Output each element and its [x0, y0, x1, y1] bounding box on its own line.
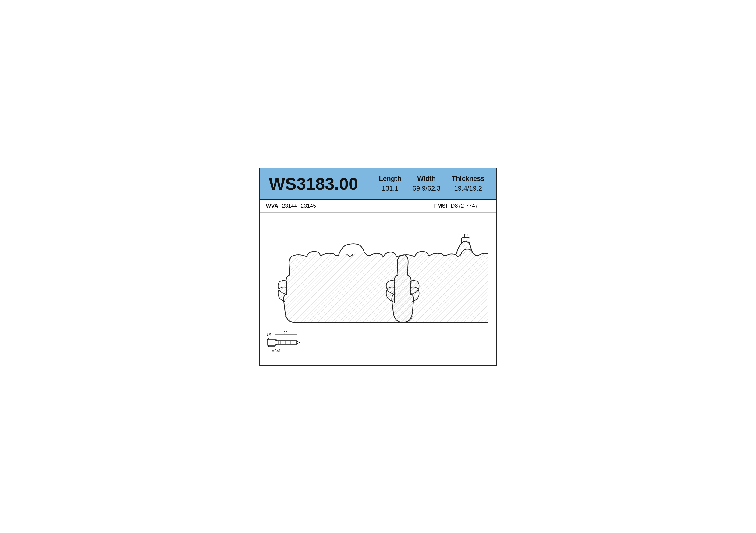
width-label: Width	[417, 175, 436, 182]
pads-illustration	[266, 222, 490, 350]
specs-container: Length 131.1 Width 69.9/62.3 Thickness 1…	[367, 168, 496, 199]
thickness-label: Thickness	[451, 175, 484, 182]
drawing-area: 2X 22	[260, 212, 497, 365]
bolt-diagram: 2X 22	[266, 331, 315, 359]
svg-text:22: 22	[284, 331, 288, 335]
svg-marker-18	[296, 341, 300, 344]
wva-label: WVA	[266, 203, 279, 209]
spec-length: Length 131.1	[379, 175, 401, 192]
header-section: WS3183.00 Length 131.1 Width 69.9/62.3 T…	[260, 168, 497, 200]
svg-rect-10	[275, 341, 296, 344]
length-label: Length	[379, 175, 401, 182]
wva-info: WVA 23144 23145	[266, 203, 316, 209]
spec-width: Width 69.9/62.3	[413, 175, 441, 192]
spec-thickness: Thickness 19.4/19.2	[451, 175, 484, 192]
wva-value2: 23145	[301, 203, 316, 209]
thickness-value: 19.4/19.2	[454, 184, 482, 192]
length-value: 131.1	[382, 184, 398, 192]
part-number: WS3183.00	[260, 168, 367, 199]
fmsi-value: D872-7747	[451, 203, 478, 209]
fmsi-info: FMSI D872-7747	[434, 203, 478, 209]
product-card: WS3183.00 Length 131.1 Width 69.9/62.3 T…	[259, 168, 497, 366]
width-value: 69.9/62.3	[413, 184, 441, 192]
svg-rect-2	[464, 234, 468, 238]
info-row: WVA 23144 23145 FMSI D872-7747	[260, 200, 497, 212]
svg-text:M8×1: M8×1	[272, 349, 281, 353]
fmsi-label: FMSI	[434, 203, 447, 209]
wva-value1: 23144	[282, 203, 297, 209]
svg-text:2X: 2X	[267, 332, 271, 337]
